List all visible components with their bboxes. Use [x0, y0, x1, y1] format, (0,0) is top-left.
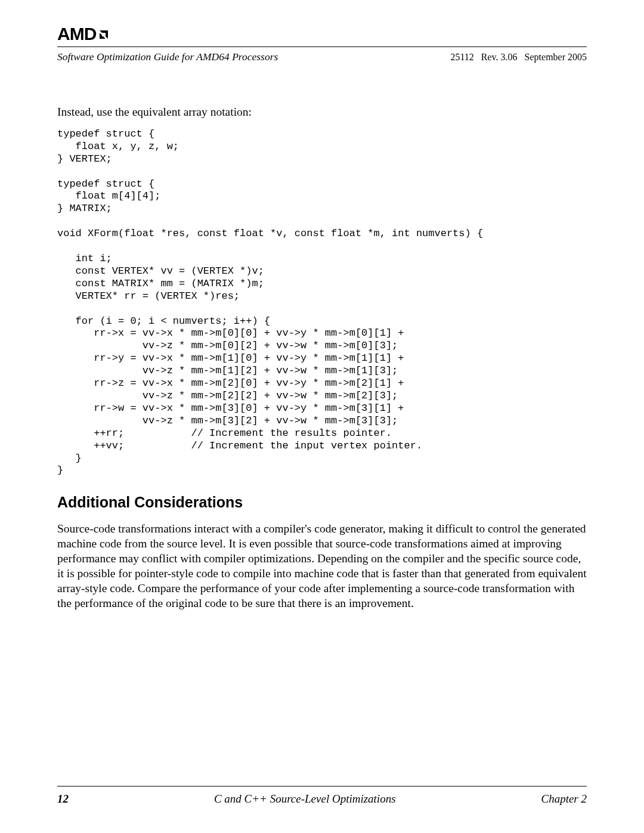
- header-line: Software Optimization Guide for AMD64 Pr…: [57, 51, 587, 63]
- footer-rule: [57, 786, 587, 786]
- header-rule: [57, 47, 587, 47]
- code-block: typedef struct { float x, y, z, w; } VER…: [57, 128, 587, 477]
- footer-center: C and C++ Source-Level Optimizations: [214, 792, 396, 806]
- footer: 12 C and C++ Source-Level Optimizations …: [57, 786, 587, 806]
- doc-title: Software Optimization Guide for AMD64 Pr…: [57, 51, 278, 63]
- brand-text: AMD: [57, 24, 96, 44]
- intro-text: Instead, use the equivalent array notati…: [57, 105, 587, 120]
- page-number: 12: [57, 792, 69, 806]
- section-heading: Additional Considerations: [57, 494, 587, 511]
- brand-arrow-icon: [97, 25, 110, 45]
- footer-right: Chapter 2: [541, 792, 587, 806]
- considerations-paragraph: Source-code transformations interact wit…: [57, 522, 587, 611]
- page: AMD Software Optimization Guide for AMD6…: [0, 0, 644, 833]
- doc-meta: 25112 Rev. 3.06 September 2005: [450, 52, 587, 63]
- brand-logo: AMD: [57, 24, 587, 44]
- footer-line: 12 C and C++ Source-Level Optimizations …: [57, 792, 587, 806]
